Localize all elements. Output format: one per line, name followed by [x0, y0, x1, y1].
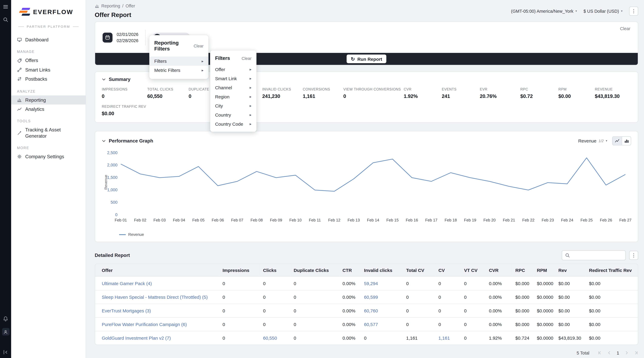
- filter-option-country[interactable]: Country▸: [210, 110, 256, 119]
- pagination-last-button[interactable]: [634, 351, 638, 355]
- menu-item-metric-filters[interactable]: Metric Filters▸: [149, 66, 208, 75]
- collapse-icon: [3, 350, 8, 355]
- table-footer: 5 Total 1: [95, 350, 638, 355]
- offer-link[interactable]: Sleep Haven Special - Mattress Direct (T…: [102, 295, 208, 300]
- column-header-invalid-clicks[interactable]: Invalid clicks: [361, 264, 403, 277]
- sidebar-item-dashboard[interactable]: Dashboard: [11, 35, 86, 44]
- filter-option-smart-link[interactable]: Smart Link▸: [210, 74, 256, 83]
- cell-redirect-traffic-rev: $0.00: [586, 277, 638, 290]
- table-kebab-button[interactable]: ⋮: [629, 251, 638, 260]
- pagination-next-button[interactable]: [624, 351, 629, 355]
- cell-link[interactable]: 60,599: [364, 295, 378, 300]
- submenu-arrow-icon: ▸: [250, 76, 252, 80]
- filter-option-channel[interactable]: Channel▸: [210, 83, 256, 92]
- filter-option-city[interactable]: City▸: [210, 101, 256, 110]
- column-header-ctr[interactable]: CTR: [339, 264, 361, 277]
- filter-option-region[interactable]: Region▸: [210, 92, 256, 101]
- search-icon: [3, 17, 8, 22]
- x-axis-tick: Feb 07: [231, 218, 244, 222]
- sidebar-item-label: Offers: [25, 58, 38, 63]
- column-header-rpm[interactable]: RPM: [534, 264, 555, 277]
- run-report-button[interactable]: ↻ Run Report: [346, 55, 386, 63]
- x-axis-tick: Feb 18: [444, 218, 457, 222]
- date-range[interactable]: 02/01/2026 02/28/2026: [117, 31, 138, 44]
- offer-link[interactable]: PureFlow Water Purification Campaign (6): [102, 322, 187, 327]
- global-search-button[interactable]: [3, 17, 8, 22]
- column-header-cv[interactable]: CV: [435, 264, 461, 277]
- table-search-input[interactable]: [572, 252, 622, 258]
- date-range-button[interactable]: [102, 32, 112, 42]
- sidebar-item-analytics[interactable]: Analytics: [11, 104, 86, 114]
- cell-invalid-clicks: 60,577: [361, 318, 403, 331]
- timezone-select[interactable]: (GMT-05:00) America/New_York ▾: [511, 9, 577, 14]
- cell-link[interactable]: 60,550: [263, 336, 277, 341]
- pagination-first-button[interactable]: [598, 351, 602, 355]
- hamburger-menu-button[interactable]: [3, 4, 8, 9]
- column-header-cvr[interactable]: CVR: [486, 264, 512, 277]
- filter-option-offer[interactable]: Offer▸: [210, 65, 256, 74]
- cell-link[interactable]: 60,577: [364, 322, 378, 327]
- chevron-down-icon: ▾: [576, 9, 577, 13]
- column-header-clicks[interactable]: Clicks: [260, 264, 290, 277]
- filter-option-country-code[interactable]: Country Code▸: [210, 119, 256, 129]
- offer-link[interactable]: Ultimate Gamer Pack (4): [102, 281, 152, 286]
- sidebar-item-label: Smart Links: [25, 67, 50, 73]
- column-header-redirect-traffic-rev[interactable]: Redirect Traffic Rev: [586, 264, 638, 277]
- summary-card: Summary IMPRESSIONS0TOTAL CLICKS60,550DU…: [95, 72, 638, 123]
- column-header-rev[interactable]: Rev: [555, 264, 586, 277]
- column-header-impressions[interactable]: Impressions: [219, 264, 260, 277]
- header-kebab-button[interactable]: ⋮: [629, 7, 638, 16]
- notifications-button[interactable]: [3, 316, 8, 321]
- column-header-total-cv[interactable]: Total CV: [403, 264, 435, 277]
- bar-chart-toggle[interactable]: [622, 137, 631, 145]
- filter-clear-link[interactable]: Clear: [620, 26, 630, 31]
- menu-item-filters[interactable]: Filters▸: [149, 56, 208, 66]
- performance-header[interactable]: Performance Graph: [102, 138, 153, 143]
- x-axis-tick: Feb 19: [464, 218, 476, 222]
- column-header-vt-cv[interactable]: VT CV: [461, 264, 486, 277]
- cell-total-cv: 1,161: [403, 331, 435, 345]
- column-header-rpc[interactable]: RPC: [512, 264, 534, 277]
- sidebar-item-label: Reporting: [25, 97, 46, 103]
- x-axis-tick: Feb 24: [561, 218, 573, 222]
- topbar: Reporting / Offer Offer Report (GMT-05:0…: [86, 0, 644, 21]
- reporting-filters-clear-link[interactable]: Clear: [194, 44, 204, 48]
- cell-link[interactable]: 59,294: [364, 281, 378, 286]
- collapse-sidebar-button[interactable]: [3, 350, 8, 355]
- metric-value: 241,230: [262, 93, 300, 99]
- search-icon: [565, 253, 570, 258]
- breadcrumb-reporting-link[interactable]: Reporting: [101, 3, 120, 8]
- table-search[interactable]: [562, 250, 626, 260]
- table-row: EverTrust Mortgages (3)0000.00%60,760000…: [95, 304, 638, 318]
- sidebar-item-reporting[interactable]: Reporting: [11, 95, 86, 104]
- cell-redirect-traffic-rev: $0.00: [586, 331, 638, 345]
- offer-link[interactable]: GoldGuard Investment Plan v2 (7): [102, 336, 171, 341]
- sidebar-item-postbacks[interactable]: Postbacks: [11, 74, 86, 84]
- line-chart-toggle[interactable]: [612, 137, 622, 145]
- cell-link[interactable]: 60,760: [364, 308, 378, 313]
- table-header-row: OfferImpressionsClicksDuplicate ClicksCT…: [95, 264, 638, 277]
- user-profile-button[interactable]: [2, 328, 9, 336]
- cell-ctr: 0.00%: [339, 290, 361, 304]
- everflow-logo[interactable]: EVERFLOW: [11, 0, 86, 16]
- summary-metric-conversions: CONVERSIONS1,161: [303, 87, 343, 99]
- offer-link[interactable]: EverTrust Mortgages (3): [102, 308, 151, 313]
- sidebar-item-tracking-asset-generator[interactable]: Tracking & Asset Generator: [11, 125, 86, 141]
- cell-cvr: 0.00%: [486, 277, 512, 290]
- column-header-duplicate-clicks[interactable]: Duplicate Clicks: [290, 264, 339, 277]
- tracking-icon: [17, 130, 22, 135]
- cell-rpc: $0.000: [512, 277, 534, 290]
- filters-submenu-clear-link[interactable]: Clear: [242, 56, 252, 60]
- currency-select[interactable]: $ US Dollar (USD) ▾: [584, 9, 622, 14]
- cell-vt-cv: 0: [461, 318, 486, 331]
- sidebar-item-smart-links[interactable]: Smart Links: [11, 65, 86, 74]
- cell-total-cv: 0: [403, 290, 435, 304]
- cell-link[interactable]: 1,161: [438, 336, 450, 341]
- column-header-offer[interactable]: Offer: [95, 264, 219, 277]
- table-row: PureFlow Water Purification Campaign (6)…: [95, 318, 638, 331]
- sidebar-item-company-settings[interactable]: Company Settings: [11, 152, 86, 161]
- chart-metric-select[interactable]: Revenue 1/2 ▾: [578, 138, 607, 143]
- sidebar-item-offers[interactable]: Offers: [11, 56, 86, 65]
- pagination-prev-button[interactable]: [607, 351, 611, 355]
- y-axis-tick: 1,500: [107, 175, 118, 180]
